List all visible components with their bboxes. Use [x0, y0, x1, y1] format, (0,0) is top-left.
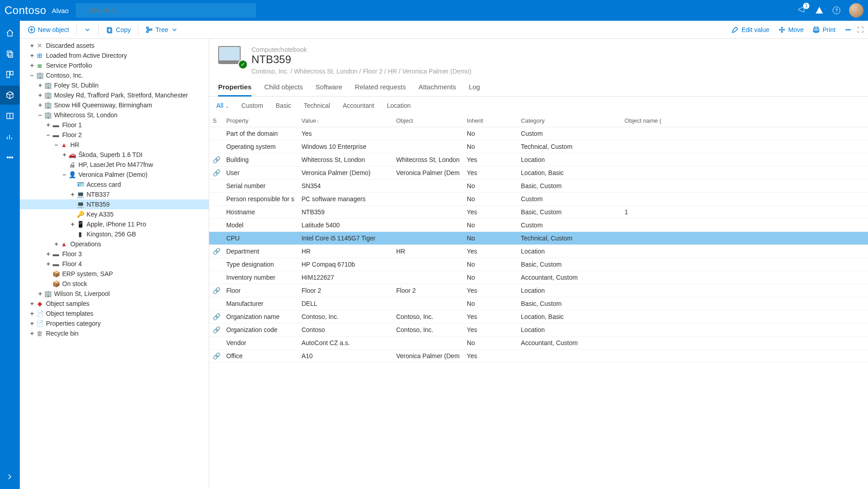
table-row[interactable]: Person responsible for sPC software mana…	[209, 193, 868, 206]
search-input[interactable]	[76, 3, 256, 18]
filter-location[interactable]: Location	[385, 100, 412, 111]
tree-item[interactable]: +≣Service Portfolio	[20, 60, 209, 70]
filter-technical[interactable]: Technical	[302, 100, 332, 111]
tree-item[interactable]: –▬Floor 2	[20, 130, 209, 140]
tab-software[interactable]: Software	[315, 78, 342, 97]
new-dropdown[interactable]	[80, 24, 95, 35]
tree-toggle[interactable]: –	[37, 111, 43, 119]
tree-item[interactable]: +📱Apple, iPhone 11 Pro	[20, 219, 209, 229]
tab-related-requests[interactable]: Related requests	[355, 78, 406, 97]
tree-item[interactable]: –🏢Contoso, Inc.	[20, 70, 209, 80]
tree-item[interactable]: +📄Object templates	[20, 309, 209, 318]
tree-toggle[interactable]: +	[29, 62, 35, 69]
print-button[interactable]: Print	[809, 24, 839, 35]
announce-button[interactable]: 1	[798, 5, 807, 16]
tree-toggle[interactable]: +	[29, 310, 35, 317]
table-row[interactable]: 🔗Organization codeContosoContoso, Inc.Ye…	[209, 323, 868, 337]
tree-toggle[interactable]: +	[45, 260, 51, 268]
tree-item[interactable]: +🏢Mosley Rd, Trafford Park, Stretford, M…	[20, 90, 209, 100]
tree-toggle[interactable]: +	[69, 221, 76, 228]
table-row[interactable]: 🔗FloorFloor 2Floor 2YesLocation	[209, 284, 868, 297]
tree-item[interactable]: –🏢Whitecross St, London	[20, 110, 209, 120]
table-row[interactable]: Inventory numberHIM122627NoAccountant, C…	[209, 271, 868, 284]
tree-button[interactable]: Tree	[142, 24, 182, 35]
tree-toggle[interactable]: +	[29, 52, 35, 59]
tree-item[interactable]: +▬Floor 3	[20, 249, 209, 259]
table-row[interactable]: Operating systemWindows 10 EnterpriseNoT…	[209, 140, 868, 153]
tree-item[interactable]: +💻NTB337	[20, 189, 209, 199]
table-row[interactable]: ModelLatitude 5400NoCustom	[209, 219, 868, 232]
breadcrumb-item[interactable]: Veronica Palmer (Demo)	[402, 68, 471, 75]
col-object-name[interactable]: Object name (	[621, 115, 868, 127]
tree-item[interactable]: +⊞Loaded from Active Directory	[20, 51, 209, 60]
tree-toggle[interactable]: +	[29, 42, 35, 49]
expand-panel-icon[interactable]: ⛶	[857, 26, 863, 33]
tab-attachments[interactable]: Attachments	[419, 78, 456, 97]
more-button[interactable]	[841, 24, 855, 35]
rail-board[interactable]	[0, 65, 20, 84]
tree-item[interactable]: 🔑Key A335	[20, 209, 209, 219]
table-row[interactable]: ManufacturerDELLNoBasic, Custom	[209, 297, 868, 310]
table-row[interactable]: 🔗OfficeA10Veronica Palmer (DemYes	[209, 350, 868, 363]
table-row[interactable]: 🔗UserVeronica Palmer (Demo)Veronica Palm…	[209, 166, 868, 180]
table-row[interactable]: Serial numberSN354NoBasic, Custom	[209, 180, 868, 193]
rail-reports[interactable]	[0, 127, 20, 146]
tree-item[interactable]: +✕Discarded assets	[20, 41, 209, 51]
tree-item[interactable]: +▲Operations	[20, 239, 209, 249]
rail-knowledge[interactable]	[0, 106, 20, 125]
tree-toggle[interactable]: +	[37, 92, 43, 99]
move-button[interactable]: Move	[775, 24, 807, 35]
tree-toggle[interactable]: +	[29, 300, 35, 307]
tree-toggle[interactable]: –	[29, 72, 35, 79]
tree-toggle[interactable]: +	[29, 320, 35, 327]
tab-child-objects[interactable]: Child objects	[264, 78, 303, 97]
tree-item[interactable]: +▬Floor 1	[20, 120, 209, 130]
tree-item[interactable]: –▲HR	[20, 140, 209, 150]
copy-button[interactable]: Copy	[102, 24, 134, 35]
tree-item[interactable]: +▬Floor 4	[20, 259, 209, 269]
tree-item[interactable]: +🏢Wilson St, Liverpool	[20, 289, 209, 299]
rail-expand[interactable]	[0, 467, 20, 486]
tree-toggle[interactable]: +	[69, 191, 76, 198]
tree-item[interactable]: ▮Kingston, 256 GB	[20, 229, 209, 239]
tree-toggle[interactable]: –	[61, 171, 68, 178]
avatar[interactable]	[849, 3, 863, 18]
properties-table-wrap[interactable]: S Property Value↓ Object Inherit Categor…	[209, 115, 868, 482]
table-row[interactable]: Type designationHP Compaq 6710bNoBasic, …	[209, 258, 868, 271]
tree-toggle[interactable]: +	[37, 290, 43, 297]
tree-item[interactable]: +📄Properties category	[20, 318, 209, 328]
tree-toggle[interactable]: +	[53, 240, 59, 248]
edit-value-button[interactable]: Edit value	[728, 24, 772, 35]
tree-item[interactable]: –👤Veronica Palmer (Demo)	[20, 170, 209, 180]
table-row[interactable]: 🔗BuildingWhitecross St, LondonWhitecross…	[209, 153, 868, 166]
tree-toggle[interactable]: +	[45, 121, 51, 129]
tree-item[interactable]: +🚗Škoda, Superb 1.6 TDI	[20, 150, 209, 160]
tree-item[interactable]: 🖨HP, LaserJet Pro M477fnw	[20, 160, 209, 170]
tree-toggle[interactable]: +	[61, 151, 68, 158]
new-object-button[interactable]: New object	[24, 24, 73, 35]
tree-toggle[interactable]: –	[53, 141, 59, 148]
rail-home[interactable]	[0, 23, 20, 42]
rail-objects[interactable]	[0, 86, 20, 105]
tree-toggle[interactable]: +	[29, 330, 35, 337]
col-value[interactable]: Value↓	[298, 115, 393, 127]
tab-properties[interactable]: Properties	[218, 78, 251, 97]
tree-item[interactable]: +🏢Snow Hill Queensway, Birmingham	[20, 100, 209, 110]
filter-all[interactable]: All⌄	[215, 100, 231, 111]
tree-item[interactable]: 💻NTB359	[20, 199, 209, 209]
breadcrumb-item[interactable]: Floor 2	[363, 68, 383, 75]
filter-accountant[interactable]: Accountant	[341, 100, 376, 111]
tree-toggle[interactable]: +	[37, 101, 43, 109]
breadcrumb-item[interactable]: Whitecross St, London	[294, 68, 357, 75]
table-row[interactable]: 🔗DepartmentHRHRYesLocation	[209, 245, 868, 258]
breadcrumb-item[interactable]: Contoso, Inc.	[251, 68, 289, 75]
warning-icon[interactable]	[815, 6, 824, 15]
col-category[interactable]: Category	[517, 115, 621, 127]
rail-more[interactable]	[0, 148, 20, 167]
tree-item[interactable]: +🗑Recycle bin	[20, 328, 209, 338]
table-row[interactable]: HostnameNTB359YesBasic, Custom1	[209, 206, 868, 219]
tree-toggle[interactable]: –	[45, 131, 51, 138]
tree-toggle[interactable]: +	[37, 82, 43, 89]
tree-item[interactable]: +🏢Foley St, Dublin	[20, 80, 209, 90]
table-row[interactable]: Part of the domainYesNoCustom	[209, 127, 868, 140]
